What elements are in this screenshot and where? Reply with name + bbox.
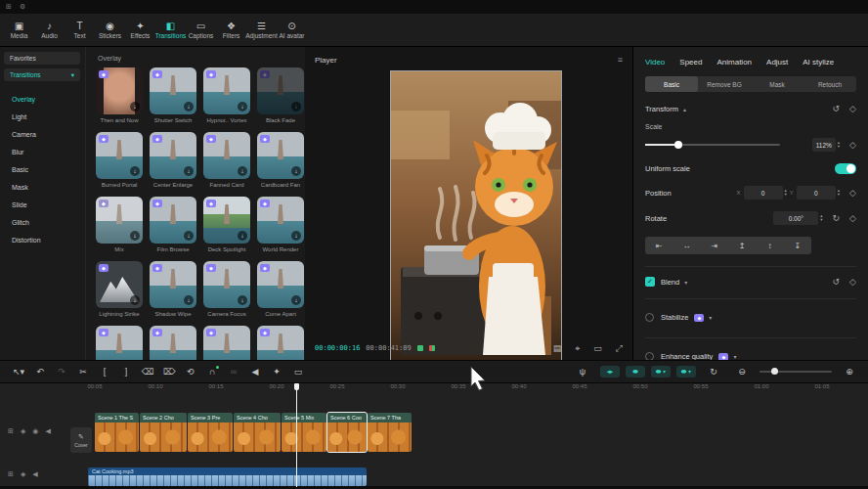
video-clip[interactable]: Scene 2 Cho (140, 413, 187, 452)
position-x-stepper[interactable]: ▴▾ (785, 189, 787, 197)
inspector-tab[interactable]: Speed (679, 58, 702, 67)
transition-item[interactable]: ◆ ↓ Black Fade (257, 67, 304, 123)
timeline-zoom-slider[interactable] (760, 371, 832, 373)
transition-thumbnail[interactable]: ◆ ↓ (150, 197, 196, 244)
download-icon[interactable]: ↓ (130, 295, 140, 305)
sidebar-category-item[interactable]: Light (4, 109, 81, 126)
inspector-tab[interactable]: Adjust (766, 58, 788, 67)
player-menu-icon[interactable]: ≡ (618, 55, 623, 65)
sidebar-category-item[interactable]: Blur (4, 144, 81, 161)
transition-item[interactable]: ◆ ↓ (203, 326, 250, 360)
download-icon[interactable]: ↓ (238, 231, 247, 241)
stabilize-chevron-icon[interactable]: ▾ (709, 314, 712, 321)
ribbon-tab[interactable]: ◧ Transitions (155, 21, 186, 39)
timeline-tool-icon[interactable]: ⌦ (158, 367, 180, 377)
transition-item[interactable]: ◆ ↓ Cardboard Fan (257, 132, 304, 188)
mirror-icon[interactable]: ▭ (593, 343, 602, 353)
transition-thumbnail[interactable]: ◆ ↓ (257, 326, 304, 360)
ribbon-tab[interactable]: ♪ Audio (34, 21, 65, 39)
transition-thumbnail[interactable]: ◆ ↓ (257, 197, 304, 244)
zoom-out-icon[interactable]: ⊖ (731, 367, 753, 377)
align-button-icon[interactable]: ⇥ (701, 237, 728, 254)
track-control-icon[interactable]: ◀ (45, 427, 50, 435)
download-icon[interactable]: ↓ (184, 295, 194, 305)
track-control-icon[interactable]: ◀ (32, 470, 37, 478)
download-icon[interactable]: ↓ (238, 295, 247, 305)
sidebar-category-item[interactable]: Glitch (4, 214, 81, 232)
preview-mode-button[interactable]: ⬬ (626, 366, 645, 378)
transition-item[interactable]: ◆ ↓ (96, 326, 143, 360)
playhead[interactable] (296, 383, 297, 487)
blend-reset-icon[interactable]: ↺ (833, 277, 841, 287)
snapshot-icon[interactable]: ⌖ (575, 343, 580, 354)
transition-thumbnail[interactable]: ◆ ↓ (150, 261, 196, 308)
category-dropdown[interactable]: Transitions ▾ (4, 68, 80, 81)
transition-thumbnail[interactable]: ◆ ↓ (96, 132, 143, 179)
video-preview[interactable] (390, 70, 562, 367)
audio-clip[interactable]: Cat Cooking.mp3 (88, 467, 367, 486)
transition-item[interactable]: ◆ ↓ Mix (96, 197, 143, 252)
video-clip[interactable]: Scene 7 Tha (368, 413, 412, 452)
video-clip[interactable]: Scene 3 Pre (188, 413, 233, 452)
collapse-icon[interactable]: ▴ (683, 106, 686, 112)
mic-icon[interactable]: ψ (572, 367, 593, 377)
blend-keyframe-icon[interactable]: ◇ (849, 277, 856, 287)
transition-item[interactable]: ◆ ↓ (150, 326, 196, 360)
position-y-stepper[interactable]: ▴▾ (838, 189, 840, 197)
uniform-scale-toggle[interactable] (835, 163, 856, 174)
transition-thumbnail[interactable]: ◆ ↓ (96, 197, 143, 244)
video-clip[interactable]: Scene 6 Coo (327, 413, 367, 452)
sidebar-category-item[interactable]: Distortion (4, 232, 81, 249)
download-icon[interactable]: ↓ (238, 102, 247, 111)
transition-thumbnail[interactable]: ◆ ↓ (203, 326, 250, 360)
transition-item[interactable]: ◆ ↓ Film Browse (150, 197, 196, 252)
blend-checkbox[interactable]: ✓ (645, 277, 655, 287)
position-y-field[interactable]: 0 (797, 186, 836, 200)
video-clip[interactable]: Scene 4 Cho (234, 413, 281, 452)
transition-item[interactable]: ◆ ↓ Camera Focus (203, 261, 250, 317)
transition-thumbnail[interactable]: ◆ ↓ (96, 261, 143, 308)
cover-button[interactable]: ✎ Cover (70, 427, 92, 453)
video-clip[interactable]: Scene 5 Mix (282, 413, 326, 452)
sidebar-category-item[interactable]: Overlay (4, 91, 81, 109)
ribbon-tab[interactable]: ▣ Media (4, 21, 34, 39)
timeline-tool-icon[interactable]: ◀ (244, 367, 266, 377)
download-icon[interactable]: ↓ (291, 231, 301, 241)
timeline-tool-icon[interactable]: ▭ (287, 367, 309, 377)
inspector-subtab[interactable]: Basic (645, 76, 698, 92)
sidebar-category-item[interactable]: Basic (4, 161, 81, 179)
ribbon-tab[interactable]: ⊙ AI avatar (277, 21, 307, 39)
enhance-quality-checkbox[interactable] (645, 352, 654, 360)
scale-slider[interactable] (645, 144, 780, 146)
transition-thumbnail[interactable]: ◆ ↓ (150, 132, 196, 179)
ribbon-tab[interactable]: ✦ Effects (125, 21, 155, 39)
zoom-in-icon[interactable]: ⊕ (839, 367, 860, 377)
scale-keyframe-icon[interactable]: ◇ (849, 140, 856, 150)
ribbon-tab[interactable]: T Text (65, 21, 95, 39)
window-menu-icon[interactable]: ⊞ (6, 3, 12, 11)
transition-item[interactable]: ◆ ↓ Fanned Card (203, 132, 250, 188)
fullscreen-icon[interactable]: ⤢ (616, 343, 623, 354)
transition-thumbnail[interactable]: ◆ ↓ (203, 261, 250, 308)
sidebar-category-item[interactable]: Slide (4, 197, 81, 214)
ribbon-tab[interactable]: ❖ Filters (216, 21, 246, 39)
enhance-quality-chevron-icon[interactable]: ▾ (733, 353, 736, 360)
track-control-icon[interactable]: ◈ (21, 427, 25, 435)
rotate-preview-icon[interactable]: ↻ (703, 367, 724, 377)
ribbon-tab[interactable]: ☰ Adjustment (246, 21, 277, 39)
timeline-tool-icon[interactable]: ✂ (72, 367, 94, 377)
timeline[interactable]: 00:0500:1000:1500:2000:2500:3000:3500:40… (0, 383, 868, 489)
inspector-tab[interactable]: Video (645, 58, 665, 67)
download-icon[interactable]: ↓ (130, 102, 140, 111)
download-icon[interactable]: ↓ (130, 166, 140, 176)
reset-icon[interactable]: ↺ (833, 104, 841, 113)
transition-item[interactable]: ◆ ↓ Deck Spotlight (203, 197, 250, 252)
inspector-tab[interactable]: AI stylize (803, 58, 834, 67)
transition-thumbnail[interactable]: ◆ ↓ (203, 132, 250, 179)
sidebar-category-item[interactable]: Camera (4, 126, 81, 144)
transition-thumbnail[interactable]: ◆ ↓ (150, 326, 196, 360)
preview-mode-button[interactable]: ⬬ ▾ (676, 366, 696, 378)
timeline-tool-icon[interactable]: ⟲ (180, 367, 201, 377)
favorites-button[interactable]: Favorites (4, 52, 80, 65)
video-clip[interactable]: Scene 1 The S (95, 413, 139, 452)
